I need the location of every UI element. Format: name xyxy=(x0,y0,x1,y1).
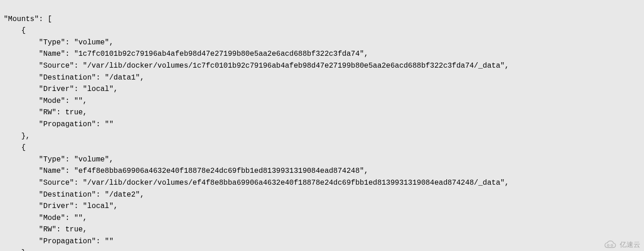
code-line: "Name": "ef4f8e8bba69906a4632e40f18878e2… xyxy=(4,167,368,175)
code-line: "Mode": "", xyxy=(4,214,87,222)
code-line: "Mounts": [ xyxy=(4,15,52,23)
code-line: } xyxy=(4,249,26,251)
cloud-icon xyxy=(602,240,617,249)
json-code-block: "Mounts": [ { "Type": "volume", "Name": … xyxy=(4,2,640,251)
code-line: "Type": "volume", xyxy=(4,38,114,47)
code-line: { xyxy=(4,144,26,152)
code-line: "Destination": "/date2", xyxy=(4,191,144,199)
code-line: "Source": "/var/lib/docker/volumes/1c7fc… xyxy=(4,62,509,70)
code-line: { xyxy=(4,27,26,35)
watermark-text: 亿速云 xyxy=(620,240,640,249)
code-line: "Type": "volume", xyxy=(4,155,114,164)
code-line: "RW": true, xyxy=(4,108,87,117)
code-line: "Source": "/var/lib/docker/volumes/ef4f8… xyxy=(4,179,509,187)
watermark: 亿速云 xyxy=(602,240,640,249)
code-line: "Name": "1c7fc0101b92c79196ab4afeb98d47e… xyxy=(4,50,368,58)
code-line: "RW": true, xyxy=(4,225,87,234)
code-line: "Driver": "local", xyxy=(4,202,118,210)
code-line: "Propagation": "" xyxy=(4,120,114,128)
code-line: }, xyxy=(4,132,30,140)
code-line: "Mode": "", xyxy=(4,97,87,105)
code-line: "Propagation": "" xyxy=(4,237,114,246)
svg-point-1 xyxy=(611,245,613,246)
svg-point-0 xyxy=(607,245,609,246)
code-line: "Destination": "/data1", xyxy=(4,74,144,82)
code-line: "Driver": "local", xyxy=(4,85,118,93)
